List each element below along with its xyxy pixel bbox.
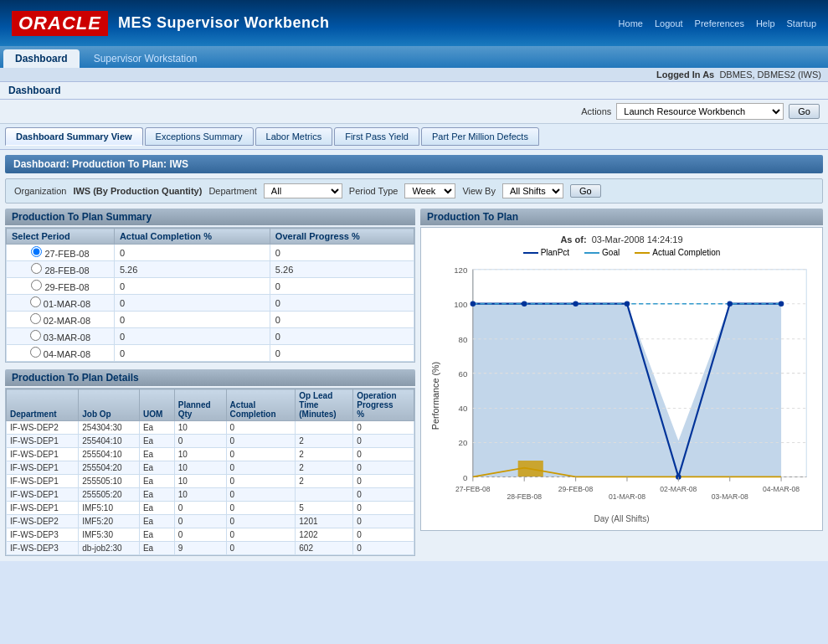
summary-row: 27-FEB-0800	[7, 245, 414, 261]
org-label: Organization	[14, 186, 66, 196]
details-cell: 0	[226, 461, 296, 475]
x-label-4: 02-MAR-08	[660, 485, 697, 493]
details-cell: IF-WS-DEP1	[7, 488, 79, 502]
y-axis-label: Performance (%)	[430, 362, 440, 430]
summary-table-wrapper: Select Period Actual Completion % Overal…	[5, 227, 415, 363]
details-cell: 9	[174, 542, 226, 555]
details-row: IF-WS-DEP1255505:20Ea1000	[7, 488, 414, 502]
details-cell: 0	[353, 542, 414, 555]
summary-period-radio[interactable]	[31, 246, 42, 257]
summary-period-radio[interactable]	[30, 347, 41, 358]
view-tab-dashboard-summary[interactable]: Dashboard Summary View	[5, 127, 143, 146]
details-table-body: IF-WS-DEP2254304:30Ea1000IF-WS-DEP125540…	[7, 421, 414, 555]
summary-period-label: 01-MAR-08	[41, 299, 90, 309]
view-tab-labor[interactable]: Labor Metrics	[255, 127, 333, 146]
dept-label: Department	[208, 186, 256, 196]
nav-logout[interactable]: Logout	[655, 18, 683, 28]
details-cell: Ea	[139, 488, 174, 502]
as-of-label: As of:	[560, 234, 586, 245]
nav-startup[interactable]: Startup	[787, 18, 816, 28]
summary-cell: 0	[270, 278, 414, 295]
as-of-value: 03-Mar-2008 14:24:19	[592, 234, 683, 245]
summary-period-radio[interactable]	[30, 330, 41, 341]
view-tab-first-pass[interactable]: First Pass Yield	[334, 127, 419, 146]
tab-dashboard[interactable]: Dashboard	[3, 49, 80, 68]
summary-row: 04-MAR-0800	[7, 345, 414, 362]
logged-in-bar: Logged In As DBMES, DBMES2 (IWS)	[0, 68, 828, 82]
view-tab-ppm[interactable]: Part Per Million Defects	[421, 127, 539, 146]
details-cell: 0	[226, 542, 296, 555]
summary-section-header: Production To Plan Summary	[5, 209, 415, 225]
details-col-actual: ActualCompletion	[226, 389, 296, 421]
summary-period-label: 28-FEB-08	[42, 265, 89, 276]
summary-period-label: 04-MAR-08	[41, 349, 90, 359]
summary-period-radio[interactable]	[30, 296, 41, 307]
summary-cell: 0	[114, 312, 270, 328]
details-cell: 0	[226, 421, 296, 435]
chart-area: As of: 03-Mar-2008 14:24:19 PlanPct Goal	[420, 227, 823, 531]
x-label-2: 29-FEB-08	[558, 485, 594, 493]
top-nav: Home Logout Preferences Help Startup	[619, 18, 816, 28]
summary-row: 03-MAR-0800	[7, 328, 414, 345]
summary-period-radio[interactable]	[31, 263, 42, 274]
details-cell: 0	[226, 515, 296, 528]
period-type-select[interactable]: Week Day Month	[404, 183, 455, 198]
summary-radio-cell: 02-MAR-08	[7, 312, 115, 328]
nav-home[interactable]: Home	[619, 18, 643, 28]
summary-col-period: Select Period	[7, 229, 115, 245]
details-cell: 255505:10	[79, 475, 140, 488]
dept-select[interactable]: All IF-WS-DEP1 IF-WS-DEP2 IF-WS-DEP3	[264, 183, 342, 198]
main-content: Dashboard: Production To Plan: IWS Organ…	[0, 150, 828, 561]
summary-radio-cell: 28-FEB-08	[7, 261, 115, 278]
details-cell: 2	[296, 475, 353, 488]
actions-select[interactable]: Launch Resource Workbench	[616, 103, 784, 120]
summary-cell: 5.26	[114, 261, 270, 278]
summary-period-label: 02-MAR-08	[41, 316, 90, 326]
details-cell: 0	[226, 488, 296, 502]
summary-period-radio[interactable]	[31, 280, 42, 291]
summary-table: Select Period Actual Completion % Overal…	[6, 228, 414, 362]
details-cell: 0	[353, 448, 414, 461]
details-table-wrapper: Department Job Op UOM PlannedQty ActualC…	[5, 388, 415, 556]
dashboard-header-box: Dashboard: Production To Plan: IWS	[5, 155, 823, 173]
details-row: IF-WS-DEP1255505:10Ea10020	[7, 475, 414, 488]
details-cell: 0	[353, 435, 414, 448]
view-tab-exceptions[interactable]: Exceptions Summary	[145, 127, 254, 146]
summary-row: 01-MAR-0800	[7, 295, 414, 312]
planpct-area	[473, 304, 781, 477]
details-cell: 10	[174, 448, 226, 461]
summary-row: 29-FEB-0800	[7, 278, 414, 295]
details-cell: 0	[353, 488, 414, 502]
summary-cell: 0	[270, 312, 414, 328]
chart-legend: PlanPct Goal Actual Completion	[428, 248, 815, 257]
legend-goal-label: Goal	[602, 248, 620, 257]
details-cell: 0	[226, 435, 296, 448]
svg-text:60: 60	[459, 369, 468, 379]
details-cell: Ea	[139, 515, 174, 528]
summary-row: 02-MAR-0800	[7, 312, 414, 328]
nav-preferences[interactable]: Preferences	[695, 18, 744, 28]
details-cell: 2	[296, 461, 353, 475]
details-cell: db-job2:30	[79, 542, 140, 555]
summary-table-body: 27-FEB-0800 28-FEB-085.265.26 29-FEB-080…	[7, 245, 414, 362]
details-col-progress: OperationProgress%	[353, 389, 414, 421]
details-cell: 10	[174, 421, 226, 435]
summary-radio-cell: 04-MAR-08	[7, 345, 115, 362]
summary-period-radio[interactable]	[30, 313, 41, 324]
filter-go-button[interactable]: Go	[570, 184, 601, 198]
details-col-lead: Op LeadTime(Minutes)	[296, 389, 353, 421]
details-cell: Ea	[139, 421, 174, 435]
nav-help[interactable]: Help	[756, 18, 775, 28]
details-cell: 0	[353, 528, 414, 542]
logged-in-value: DBMES, DBMES2 (IWS)	[719, 70, 821, 80]
legend-planpct: PlanPct	[523, 248, 569, 257]
details-col-uom: UOM	[139, 389, 174, 421]
tab-supervisor[interactable]: Supervisor Workstation	[82, 49, 209, 68]
view-by-select[interactable]: All Shifts Shift 1 Shift 2 Shift 3	[502, 183, 563, 198]
oracle-logo: ORACLE	[12, 11, 108, 36]
summary-row: 28-FEB-085.265.26	[7, 261, 414, 278]
details-cell: IMF5:30	[79, 528, 140, 542]
actions-go-button[interactable]: Go	[789, 104, 820, 119]
details-cell: 0	[353, 502, 414, 515]
details-row: IF-WS-DEP3IMF5:30Ea0012020	[7, 528, 414, 542]
